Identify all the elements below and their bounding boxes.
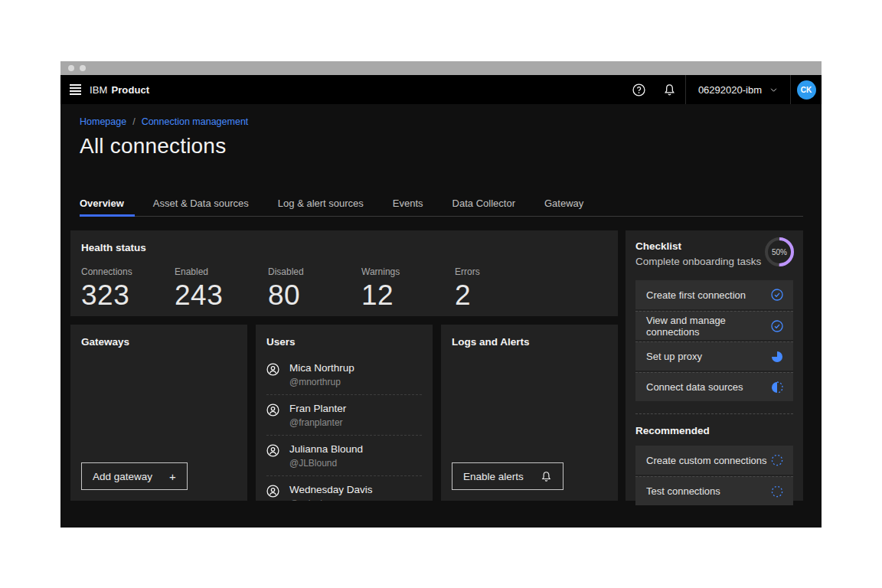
hamburger-icon (70, 84, 81, 95)
stat-connections: Connections 323 (81, 266, 175, 312)
task-view-manage-connections[interactable]: View and manage connections (635, 311, 793, 340)
tab-bar: Overview Asset & Data sources Log & aler… (80, 198, 803, 217)
health-status-tile: Health status Connections 323 Enabled 24… (70, 230, 618, 316)
user-name: Julianna Blound (289, 443, 363, 455)
breadcrumb-link-homepage[interactable]: Homepage (80, 116, 126, 127)
app-window: IBM Product 06292020-ibm (60, 61, 822, 528)
list-item[interactable]: Julianna Blound @JLBlound (266, 436, 422, 476)
gateways-title: Gateways (81, 336, 237, 348)
tab-data-collector[interactable]: Data Collector (452, 198, 526, 216)
avatar[interactable]: CK (797, 80, 816, 100)
bell-icon (541, 471, 552, 482)
breadcrumb-link-connection-management[interactable]: Connection management (142, 116, 249, 127)
window-dot-icon[interactable] (68, 65, 74, 71)
recommended-tasks: Create custom connections Test connectio… (635, 446, 793, 505)
help-button[interactable] (624, 75, 655, 104)
account-name: 06292020-ibm (698, 84, 762, 96)
enable-alerts-button[interactable]: Enable alerts (452, 462, 564, 490)
user-avatar-icon (266, 363, 279, 376)
user-list: Mica Northrup @mnorthrup (266, 354, 422, 501)
progress-ring: 50% (764, 237, 795, 267)
window-titlebar (60, 61, 822, 75)
task-status-not-started-icon (771, 485, 783, 498)
gateways-tile: Gateways Add gateway + (70, 325, 247, 501)
page-content: Homepage / Connection management All con… (60, 116, 822, 501)
health-status-title: Health status (81, 242, 607, 253)
breadcrumb: Homepage / Connection management (80, 116, 803, 127)
task-connect-data-sources[interactable]: Connect data sources (635, 372, 793, 401)
app-header: IBM Product 06292020-ibm (60, 75, 822, 104)
help-icon (632, 83, 645, 96)
stat-disabled: Disabled 80 (268, 266, 361, 312)
health-stats: Connections 323 Enabled 243 Disabled 80 (81, 266, 607, 312)
user-handle: @wdavis (289, 498, 373, 501)
tab-asset-data-sources[interactable]: Asset & Data sources (153, 198, 260, 216)
logs-alerts-title: Logs and Alerts (452, 336, 607, 348)
tab-events[interactable]: Events (393, 198, 434, 216)
users-title: Users (266, 336, 422, 348)
task-status-complete-icon (771, 289, 783, 301)
progress-percent-label: 50% (764, 237, 795, 267)
user-avatar-icon (266, 485, 279, 498)
header-actions: 06292020-ibm CK (624, 75, 822, 104)
page-title: All connections (80, 134, 803, 158)
task-status-complete-icon (771, 320, 783, 332)
chevron-down-icon (769, 86, 778, 94)
user-name: Mica Northrup (289, 362, 354, 374)
tab-log-alert-sources[interactable]: Log & alert sources (278, 198, 374, 216)
tab-gateway[interactable]: Gateway (544, 198, 594, 216)
user-handle: @JLBlound (289, 458, 363, 469)
brand-prefix: IBM (90, 84, 107, 96)
list-item[interactable]: Fran Planter @franplanter (266, 395, 422, 436)
recommended-heading: Recommended (635, 413, 793, 436)
stat-errors: Errors 2 (455, 266, 548, 312)
plus-icon: + (169, 470, 176, 483)
menu-button[interactable] (60, 75, 90, 104)
brand: IBM Product (90, 75, 149, 104)
task-test-connections[interactable]: Test connections (635, 476, 793, 505)
avatar-container: CK (791, 75, 822, 104)
stat-warnings: Warnings 12 (361, 266, 455, 312)
bell-icon (663, 83, 676, 96)
user-handle: @mnorthrup (289, 377, 354, 387)
users-tile: Users Mica Northrup @mnorth (256, 325, 433, 501)
list-item[interactable]: Wednesday Davis @wdavis (266, 476, 422, 501)
add-gateway-button[interactable]: Add gateway + (81, 462, 188, 490)
list-item[interactable]: Mica Northrup @mnorthrup (266, 354, 422, 395)
tab-overview[interactable]: Overview (80, 198, 135, 216)
task-status-not-started-icon (771, 454, 783, 466)
user-avatar-icon (266, 403, 279, 416)
checklist-panel: Checklist Complete onboarding tasks 50% … (626, 230, 803, 501)
task-set-up-proxy[interactable]: Set up proxy (635, 341, 793, 371)
account-switcher[interactable]: 06292020-ibm (685, 75, 791, 104)
user-name: Wednesday Davis (289, 484, 373, 495)
brand-product-name: Product (111, 84, 149, 96)
task-status-half-complete-icon (771, 381, 783, 394)
checklist-tasks: Create first connection View and manage … (635, 280, 793, 401)
task-create-first-connection[interactable]: Create first connection (635, 280, 793, 309)
window-dot-icon[interactable] (80, 65, 86, 71)
stat-enabled: Enabled 243 (175, 266, 268, 312)
notifications-button[interactable] (655, 75, 685, 104)
task-status-in-progress-icon (771, 351, 783, 363)
user-avatar-icon (266, 444, 279, 457)
logs-alerts-tile: Logs and Alerts Enable alerts (441, 325, 618, 501)
user-name: Fran Planter (289, 403, 346, 414)
user-handle: @franplanter (289, 417, 346, 428)
breadcrumb-separator: / (132, 116, 135, 127)
task-create-custom-connections[interactable]: Create custom connections (635, 446, 793, 475)
